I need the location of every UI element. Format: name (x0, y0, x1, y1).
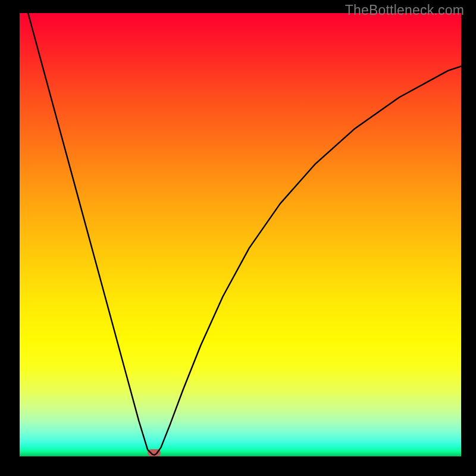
plot-area (20, 13, 461, 456)
curve-svg (20, 13, 461, 456)
chart-frame: TheBottleneck.com (0, 0, 476, 476)
bottleneck-curve (20, 13, 461, 455)
watermark-text: TheBottleneck.com (345, 2, 464, 18)
